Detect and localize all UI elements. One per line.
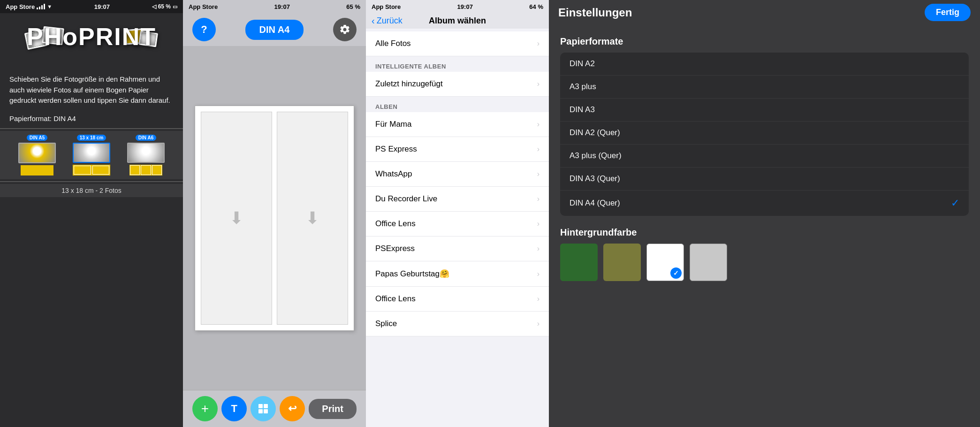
album-item-3[interactable]: Du Recorder Live › [366, 187, 549, 212]
settings-content: Papierformate DIN A2 A3 plus DIN A3 DIN … [549, 25, 980, 427]
status-right-1: ◁ 65 % ▭ [152, 3, 177, 10]
done-button[interactable]: Fertig [925, 4, 971, 21]
time-2: 19:07 [274, 3, 290, 10]
location-icon-1: ◁ [152, 3, 156, 10]
album-item-5[interactable]: PSExpress › [366, 236, 549, 261]
footer-label: 13 x 18 cm - 2 Fotos [0, 184, 183, 197]
album-label-5: PSExpress [375, 244, 415, 253]
flower-image-dina6 [128, 144, 164, 162]
layout-button[interactable] [251, 396, 276, 421]
back-button[interactable]: ‹ Zurück [372, 15, 403, 26]
paper-format-item-2[interactable]: DIN A3 [560, 99, 969, 122]
photo-slot-1[interactable]: ⬇ [201, 112, 272, 325]
battery-3: 64 % [529, 3, 543, 10]
paper-format-label-0: DIN A2 [570, 59, 595, 69]
color-swatch-olive[interactable] [603, 244, 641, 281]
album-label-3: Du Recorder Live [375, 194, 437, 204]
share-button[interactable]: ↩ [280, 396, 305, 421]
chevron-right-icon-0: › [537, 120, 539, 129]
add-button[interactable]: + [192, 396, 218, 421]
album-item-8[interactable]: Splice › [366, 312, 549, 336]
signal-bar-3 [41, 5, 43, 9]
album-item-all-photos[interactable]: Alle Fotos › [366, 31, 549, 56]
editor-canvas: ⬇ ⬇ [183, 46, 366, 390]
album-label-6: Papas Geburtstag🤗 [375, 269, 449, 279]
layout-icon [258, 403, 269, 414]
panel-home: App Store ▼ 19:07 ◁ 65 % ▭ [0, 0, 183, 427]
color-swatch-dark-green[interactable] [560, 244, 598, 281]
chevron-right-icon-6: › [537, 270, 539, 278]
all-photos-label: Alle Fotos [375, 39, 411, 48]
carrier-3: App Store [372, 3, 401, 10]
size-option-dina6[interactable]: DIN A6 [122, 135, 169, 175]
chevron-right-icon-3: › [537, 195, 539, 203]
format-button[interactable]: DIN A4 [245, 20, 304, 40]
download-icon-2: ⬇ [305, 208, 319, 228]
album-label-8: Splice [375, 319, 397, 328]
time-1: 19:07 [94, 3, 110, 10]
battery-2: 65 % [346, 3, 360, 10]
add-icon: + [201, 401, 209, 416]
app-logo: PHoPRINT [0, 13, 183, 69]
album-item-1[interactable]: PS Express › [366, 137, 549, 162]
share-icon: ↩ [288, 403, 296, 415]
album-item-7[interactable]: Office Lens › [366, 287, 549, 312]
svg-rect-2 [258, 409, 263, 413]
size-thumb-dina5 [18, 143, 56, 163]
paper-format-item-5[interactable]: DIN A3 (Quer) [560, 168, 969, 191]
logo-wrapper: PHoPRINT [26, 23, 157, 65]
album-label-4: Office Lens [375, 219, 416, 229]
flower-image-13x18 [74, 144, 109, 162]
color-swatch-white[interactable] [646, 244, 684, 281]
paper-format-item-4[interactable]: A3 plus (Quer) [560, 145, 969, 168]
album-list: Alle Fotos › INTELLIGENTE ALBEN Zuletzt … [366, 29, 549, 427]
flower-image-dina5 [19, 144, 55, 162]
album-items-container: Für Mama › PS Express › WhatsApp › Du Re… [366, 112, 549, 336]
divider-1 [0, 128, 183, 129]
panel-album-select: App Store 19:07 64 % ‹ Zurück Album wähl… [366, 0, 549, 427]
bg-color-section-title: Hintergrundfarbe [560, 227, 969, 238]
logo-text: PHoPRINT [26, 23, 157, 51]
paper-format-item-3[interactable]: DIN A2 (Quer) [560, 122, 969, 145]
settings-button[interactable] [333, 18, 357, 41]
album-item-4[interactable]: Office Lens › [366, 212, 549, 236]
time-3: 19:07 [457, 3, 473, 10]
svg-rect-1 [264, 404, 268, 408]
size-option-dina5[interactable]: DIN A5 [14, 135, 61, 175]
size-option-13x18[interactable]: 13 x 18 cm [68, 135, 115, 175]
carrier-1: App Store [6, 3, 35, 10]
yellow-block-dina6 [129, 165, 162, 175]
gear-icon [339, 24, 350, 35]
album-item-recently-added[interactable]: Zuletzt hinzugefügt › [366, 72, 549, 97]
status-bar-3: App Store 19:07 64 % [366, 0, 549, 13]
svg-rect-0 [258, 404, 263, 408]
size-badge-dina5: DIN A5 [27, 135, 47, 141]
paper-format-item-1[interactable]: A3 plus [560, 76, 969, 99]
album-item-6[interactable]: Papas Geburtstag🤗 › [366, 261, 549, 287]
size-thumb-13x18 [73, 143, 110, 163]
paper-format-label-4: A3 plus (Quer) [570, 151, 622, 160]
color-swatches [560, 244, 969, 281]
color-swatch-light-gray[interactable] [690, 244, 727, 281]
settings-navbar: Einstellungen Fertig [549, 0, 980, 25]
editor-toolbar: ? DIN A4 [183, 13, 366, 46]
chevron-right-icon-1: › [537, 145, 539, 153]
text-button[interactable]: T [221, 396, 247, 421]
signal-bar-1 [37, 8, 38, 9]
album-item-2[interactable]: WhatsApp › [366, 162, 549, 187]
album-label-2: WhatsApp [375, 169, 412, 179]
paper-format-label-6: DIN A4 (Quer) [570, 198, 620, 208]
panel-settings: Einstellungen Fertig Papierformate DIN A… [549, 0, 980, 427]
album-nav-title: Album wählen [429, 16, 486, 26]
album-item-0[interactable]: Für Mama › [366, 112, 549, 137]
check-icon-6: ✓ [951, 197, 959, 209]
photo-slot-2[interactable]: ⬇ [277, 112, 348, 325]
signal-bar-4 [44, 4, 45, 9]
paper-format-label-3: DIN A2 (Quer) [570, 128, 620, 137]
paper-format-item-6[interactable]: DIN A4 (Quer) ✓ [560, 191, 969, 216]
print-button[interactable]: Print [309, 399, 357, 419]
yellow-block-dina5 [21, 165, 53, 175]
paper-format-item-0[interactable]: DIN A2 [560, 53, 969, 76]
help-button[interactable]: ? [192, 18, 216, 41]
size-thumb-dina6 [127, 143, 165, 163]
